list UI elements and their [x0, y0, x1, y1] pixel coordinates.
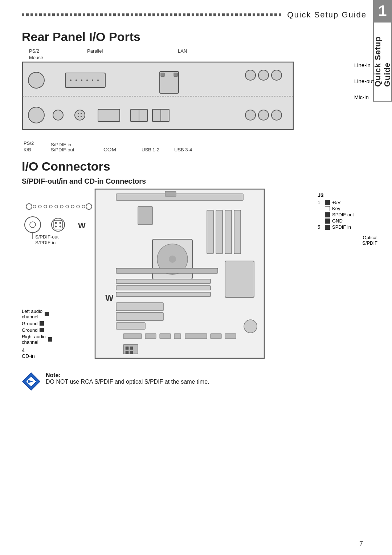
- svg-rect-82: [130, 347, 133, 350]
- note-text: DO NOT use RCA S/PDIF and optical S/PDIF…: [46, 379, 209, 385]
- svg-rect-79: [225, 334, 236, 339]
- rear-panel-diagram: PS/2Mouse Parallel LAN Line-in Line-out: [22, 48, 377, 153]
- svg-rect-63: [225, 210, 232, 254]
- svg-point-36: [55, 205, 58, 208]
- svg-point-30: [271, 110, 282, 120]
- header-title: Quick Setup Guide: [287, 10, 367, 20]
- svg-point-42: [86, 204, 92, 209]
- svg-rect-86: [138, 207, 152, 225]
- j3-label: J3: [318, 192, 377, 198]
- pin-row-gnd: GND: [318, 218, 377, 224]
- svg-point-34: [44, 205, 47, 208]
- svg-point-32: [33, 205, 36, 208]
- svg-point-29: [258, 110, 269, 120]
- rear-panel-section: Rear Panel I/O Ports PS/2Mouse Parallel …: [22, 30, 367, 153]
- pin-square-spdifout: [325, 212, 330, 217]
- svg-rect-71: [116, 323, 145, 329]
- note-title: Note:: [46, 372, 209, 379]
- pin-row-spdifin: 5 SPDIF in: [318, 224, 377, 230]
- rear-panel-title: Rear Panel I/O Ports: [22, 30, 367, 44]
- svg-point-19: [78, 113, 79, 114]
- svg-text:W: W: [105, 293, 114, 303]
- svg-point-20: [81, 113, 82, 114]
- svg-point-13: [245, 70, 256, 80]
- cdin-square-1: [45, 312, 49, 316]
- note-content: Note: DO NOT use RCA S/PDIF and optical …: [46, 372, 209, 385]
- svg-point-31: [26, 204, 32, 209]
- io-connectors-title: I/O Connectors: [22, 159, 367, 174]
- svg-point-2: [28, 72, 44, 88]
- svg-point-40: [77, 205, 79, 208]
- svg-text:W: W: [78, 221, 86, 230]
- svg-point-60: [169, 256, 176, 263]
- svg-point-43: [25, 217, 41, 233]
- svg-rect-57: [165, 191, 176, 196]
- svg-text:S/PDIF-in: S/PDIF-in: [35, 240, 56, 245]
- page-footer: 7: [359, 540, 363, 548]
- cdin-square-3: [40, 328, 44, 332]
- svg-point-41: [82, 205, 85, 208]
- dots-decoration: [22, 13, 282, 16]
- spdif-diagram: W S/PDIF-out S/PDIF-in: [22, 188, 377, 366]
- svg-point-48: [60, 222, 61, 224]
- svg-point-47: [55, 222, 57, 224]
- pin-row-1: 1 +5V: [318, 200, 377, 205]
- svg-rect-62: [216, 210, 222, 254]
- svg-point-39: [71, 205, 74, 208]
- svg-point-35: [49, 205, 52, 208]
- label-lan: LAN: [178, 48, 187, 54]
- label-line-in: Line-in: [354, 62, 374, 69]
- svg-rect-23: [98, 109, 120, 122]
- svg-point-15: [271, 70, 282, 80]
- svg-point-7: [86, 79, 88, 81]
- svg-rect-70: [116, 313, 163, 321]
- motherboard-graphic: W: [94, 188, 265, 359]
- cdin-square-2: [40, 321, 44, 326]
- label-usb34: USB 3-4: [174, 146, 192, 153]
- svg-rect-76: [174, 334, 181, 339]
- svg-rect-72: [225, 261, 254, 297]
- cdin-pin-2: Ground: [22, 321, 94, 326]
- pin-square-spdifin: [325, 225, 330, 230]
- io-connectors-section: I/O Connectors S/PDIF-out/in and CD-in C…: [22, 159, 367, 391]
- label-line-out: Line-out: [354, 78, 374, 85]
- svg-rect-56: [116, 194, 243, 200]
- svg-rect-12: [174, 73, 177, 77]
- svg-rect-69: [116, 303, 163, 311]
- svg-rect-75: [160, 334, 171, 339]
- cdin-pin-1: Left audiochannel: [22, 309, 94, 320]
- motherboard-svg: W: [94, 188, 265, 359]
- svg-rect-11: [161, 73, 164, 77]
- label-ps2-kb: PS/2K/B: [24, 140, 34, 153]
- cdin-pin-4: Right audiochannel: [22, 334, 94, 345]
- label-com: COM: [103, 146, 116, 153]
- svg-rect-84: [130, 351, 133, 354]
- j3-pins: 1 +5V Key SPDIF out: [318, 200, 377, 230]
- label-ps2-mouse: PS/2Mouse: [29, 48, 43, 61]
- svg-rect-67: [116, 286, 211, 290]
- svg-rect-83: [126, 351, 128, 354]
- pin-row-key: Key: [318, 206, 377, 211]
- page-number: 1: [378, 2, 387, 20]
- j3-connector-area: J3 1 +5V Key: [318, 192, 377, 246]
- svg-rect-61: [207, 210, 213, 254]
- svg-point-6: [81, 79, 82, 81]
- svg-point-44: [30, 222, 36, 228]
- svg-point-21: [78, 116, 79, 117]
- svg-point-33: [38, 205, 41, 208]
- cdin-area: Left audiochannel Ground Ground Right au…: [22, 309, 94, 359]
- rear-panel-svg: [22, 61, 294, 130]
- spdif-left-area: W S/PDIF-out S/PDIF-in: [22, 199, 93, 273]
- main-content: Rear Panel I/O Ports PS/2Mouse Parallel …: [22, 25, 367, 540]
- svg-point-49: [55, 226, 57, 228]
- svg-point-37: [60, 205, 63, 208]
- cdin-square-4: [48, 337, 52, 342]
- pin-row-spdifout: SPDIF out: [318, 212, 377, 217]
- svg-rect-74: [145, 334, 156, 339]
- svg-rect-66: [116, 279, 211, 283]
- rear-panel-graphic: [22, 61, 294, 130]
- right-port-labels: Line-in Line-out Mic-in: [354, 62, 374, 101]
- svg-point-50: [60, 226, 61, 228]
- svg-point-17: [53, 110, 63, 120]
- svg-rect-65: [116, 268, 218, 273]
